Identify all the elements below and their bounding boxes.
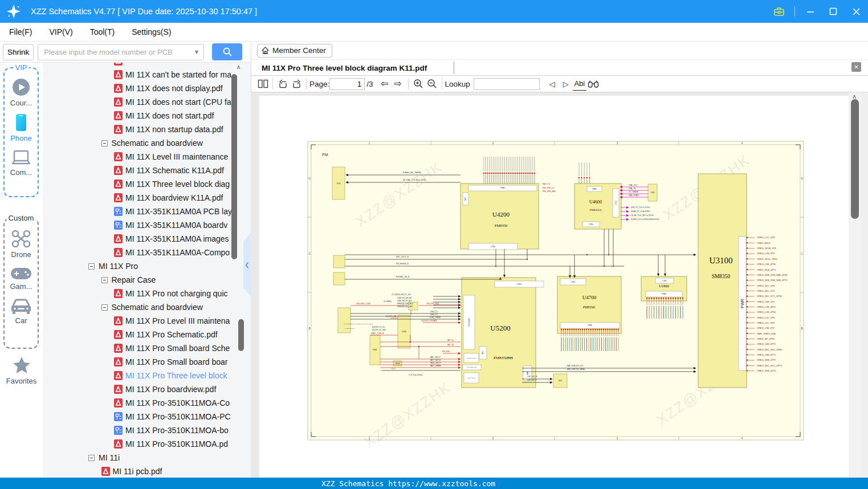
viewer-scrollbar[interactable]: ∧ [849, 92, 861, 478]
menu-tool[interactable]: Tool(T) [90, 27, 115, 36]
close-tab-icon[interactable]: ✕ [851, 62, 861, 72]
tree-file-item[interactable] [114, 63, 251, 68]
collapse-toggle-icon[interactable] [88, 263, 95, 270]
sidebar-item-favorites[interactable]: Favorites [0, 356, 43, 385]
svg-text:VREG_L5B_0P9: VREG_L5B_0P9 [757, 252, 775, 255]
svg-text:CTRL: CTRL [589, 223, 594, 226]
menu-file[interactable]: File(F) [9, 27, 32, 36]
shrink-button[interactable]: Shrink [3, 44, 34, 60]
two-page-view-icon[interactable] [256, 77, 270, 91]
tree-file-item[interactable]: MI 11X-351K11AM0A boardv [114, 218, 251, 232]
tree-file-item[interactable]: MI 11X can't be started for ma [114, 68, 251, 82]
tree-file-item[interactable]: MI 11X Pro-3510K11MOA-PC [114, 410, 251, 423]
tree-file-item[interactable]: MI 11i pcb.pdf [101, 464, 251, 478]
tree-file-item[interactable]: MI 11X Pro Small board boar [114, 355, 251, 369]
find-next-icon[interactable]: ▷ [559, 77, 573, 91]
tree-node[interactable]: Schematic and boardview [101, 136, 251, 150]
close-button[interactable] [849, 4, 863, 19]
pdf-file-icon [114, 248, 123, 257]
collapse-toggle-icon[interactable] [88, 455, 95, 461]
zoom-out-icon[interactable] [425, 77, 439, 91]
lookup-input[interactable] [474, 78, 540, 90]
tree-scroll-up-icon[interactable]: ∧ [237, 64, 241, 70]
svg-text:U5200: U5200 [490, 324, 510, 332]
match-case-icon[interactable]: Abi [573, 77, 586, 91]
svg-text:XTAL_OUT: XTAL_OUT [629, 184, 637, 186]
tree-file-item[interactable]: MI 11X Pro Level III maintena [114, 314, 251, 328]
tree-file-item[interactable]: MI 11X Three level block diag [114, 177, 251, 191]
tree-file-item[interactable]: MI 11X Pro-3510K11MOA.pd [114, 437, 251, 451]
tree-file-item[interactable]: MI 11X Pro Small board Sche [114, 341, 251, 355]
license-briefcase-icon[interactable] [772, 4, 787, 19]
menu-settings[interactable]: Settings(S) [132, 27, 171, 36]
find-prev-icon[interactable]: ◁ [545, 77, 559, 91]
svg-text:VREG_S8C_S9C_0P84: VREG_S8C_S9C_0P84 [757, 348, 783, 351]
tree-file-item[interactable]: MI 11X does not start (CPU fa [114, 95, 251, 109]
tree-node[interactable]: MI 11i [88, 451, 251, 464]
tree-file-item[interactable]: MI 11X does not display.pdf [114, 82, 251, 95]
pcb-file-icon [114, 412, 123, 421]
tree-file-item[interactable]: MI 11X-351K11AM0A PCB lay [114, 205, 251, 218]
panel-scrollbar-thumb[interactable] [238, 319, 244, 351]
page-number-input[interactable] [329, 78, 365, 90]
page-total: /3 [366, 80, 373, 88]
tree-file-item[interactable]: MI 11X Schematic K11A.pdf [114, 164, 251, 177]
pdf-file-icon [114, 84, 123, 93]
tree-item-label: MI 11i pcb.pdf [113, 467, 162, 476]
tree-scrollbar-thumb[interactable] [231, 74, 237, 259]
svg-text:XO_THERM: XO_THERM [629, 191, 638, 193]
gamepad-icon [10, 267, 32, 280]
tree-file-item[interactable]: MI 11X Pro not charging quic [114, 287, 251, 300]
collapse-toggle-icon[interactable] [101, 304, 108, 311]
next-page-icon[interactable]: ⇨ [392, 77, 405, 91]
tree-file-item[interactable]: MI 11X Pro-3510K11MOA-bo [114, 423, 251, 437]
tree-file-item[interactable]: MI 11X Pro Schematic.pdf [114, 328, 251, 341]
tree-file-item[interactable]: MI 11X Pro boardview.pdf [114, 382, 251, 396]
maximize-button[interactable] [826, 4, 841, 19]
search-button[interactable] [212, 43, 242, 60]
pdf-file-icon [114, 344, 123, 353]
tree-item-label: MI 11X Pro Three level block [125, 371, 227, 380]
svg-text:FB481: FB481 [373, 349, 377, 351]
tree-file-item[interactable]: MI 11X non startup data.pdf [114, 123, 251, 136]
menu-vip[interactable]: VIP(V) [49, 27, 72, 36]
tree-node[interactable]: Schematic and boardview [101, 300, 251, 314]
member-row: Member Center [251, 42, 868, 60]
collapse-toggle-icon[interactable] [101, 140, 108, 146]
sidebar-item-phone[interactable]: Phone [5, 113, 38, 142]
svg-text:USB_VBUS_CONN: USB_VBUS_CONN [356, 303, 370, 305]
collapse-toggle-icon[interactable] [101, 277, 108, 283]
rotate-left-icon[interactable] [276, 77, 290, 91]
svg-text:PMIC_SPMI_DATA: PMIC_SPMI_DATA [543, 190, 556, 193]
tree-file-item[interactable]: MI 11X Pro-3510K11MOA-Co [114, 396, 251, 410]
sidebar-item-car[interactable]: Car [5, 299, 38, 325]
sidebar-item-computer[interactable]: Com... [5, 149, 38, 177]
tree-file-item[interactable]: MI 11X-351K11AM0A-Compo [114, 246, 251, 259]
collapse-panel-handle[interactable]: ❮ [243, 233, 251, 296]
zoom-in-icon[interactable] [411, 77, 425, 91]
tree-node[interactable]: MI 11X Pro [88, 259, 251, 273]
tree-item-label: MI 11X non startup data.pdf [125, 125, 223, 134]
pdf-page[interactable]: 11223344DDCCBBXZZ@XZZHKXZZ@XZZHKXZZ@XZZH… [259, 96, 849, 478]
viewer-scrollbar-thumb[interactable] [851, 99, 859, 219]
tree-file-item[interactable]: MI 11X Pro Three level block [114, 369, 251, 382]
sidebar-item-drone[interactable]: Drone [5, 229, 38, 259]
sidebar-item-course[interactable]: Cour... [5, 78, 38, 107]
svg-text:DSP_OUT_M: DSP_OUT_M [527, 376, 537, 378]
pdf-file-icon [114, 152, 123, 161]
prev-page-icon[interactable]: ⇦ [378, 77, 392, 91]
search-input[interactable] [43, 47, 190, 57]
sidebar-item-game[interactable]: Gam... [5, 267, 38, 291]
tab-active-document[interactable]: MI 11X Pro Three level block diagram K11… [262, 60, 427, 76]
member-center-button[interactable]: Member Center [257, 44, 332, 58]
tree-node[interactable]: Repair Case [101, 273, 251, 287]
tree-file-item[interactable]: MI 11X does not start.pdf [114, 109, 251, 123]
minimize-button[interactable] [803, 4, 818, 19]
tree-file-item[interactable]: MI 11X Level III maintenance [114, 150, 251, 164]
tree-file-item[interactable]: MI 11X boardview K11A.pdf [114, 191, 251, 205]
chevron-down-icon[interactable]: ▼ [193, 48, 199, 55]
rotate-right-icon[interactable] [290, 77, 303, 91]
tree-file-item[interactable]: MI 11X-351K11AM0A images [114, 232, 251, 246]
binoculars-search-icon[interactable] [586, 77, 600, 91]
model-search-combo[interactable]: ▼ [38, 44, 204, 60]
